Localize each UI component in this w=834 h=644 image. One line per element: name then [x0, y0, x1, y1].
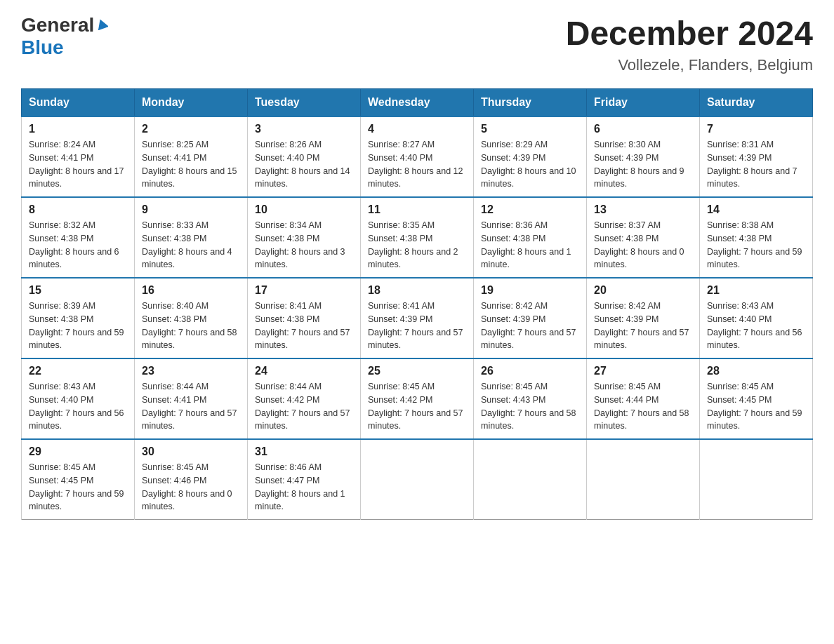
day-number: 9	[142, 203, 240, 216]
calendar-cell	[361, 439, 474, 520]
day-number: 12	[481, 203, 579, 216]
day-info: Sunrise: 8:34 AMSunset: 4:38 PMDaylight:…	[255, 220, 345, 269]
logo: General Blue	[21, 14, 108, 59]
calendar-cell	[700, 439, 813, 520]
weekday-header-tuesday: Tuesday	[248, 89, 361, 117]
day-number: 7	[707, 123, 805, 135]
calendar-cell: 24 Sunrise: 8:44 AMSunset: 4:42 PMDaylig…	[248, 358, 361, 439]
calendar-cell: 17 Sunrise: 8:41 AMSunset: 4:38 PMDaylig…	[248, 278, 361, 358]
day-info: Sunrise: 8:25 AMSunset: 4:41 PMDaylight:…	[142, 140, 237, 189]
week-row-3: 15 Sunrise: 8:39 AMSunset: 4:38 PMDaylig…	[22, 278, 813, 358]
day-number: 10	[255, 203, 353, 216]
day-number: 3	[255, 123, 353, 135]
day-info: Sunrise: 8:36 AMSunset: 4:38 PMDaylight:…	[481, 220, 571, 269]
day-info: Sunrise: 8:45 AMSunset: 4:44 PMDaylight:…	[594, 382, 689, 431]
calendar-cell: 3 Sunrise: 8:26 AMSunset: 4:40 PMDayligh…	[248, 116, 361, 197]
calendar-cell: 20 Sunrise: 8:42 AMSunset: 4:39 PMDaylig…	[587, 278, 700, 358]
day-info: Sunrise: 8:45 AMSunset: 4:45 PMDaylight:…	[29, 462, 124, 511]
day-number: 4	[368, 123, 466, 135]
day-number: 23	[142, 365, 240, 377]
calendar-cell: 14 Sunrise: 8:38 AMSunset: 4:38 PMDaylig…	[700, 197, 813, 278]
calendar-cell: 12 Sunrise: 8:36 AMSunset: 4:38 PMDaylig…	[474, 197, 587, 278]
day-info: Sunrise: 8:45 AMSunset: 4:43 PMDaylight:…	[481, 382, 576, 431]
day-number: 1	[29, 123, 127, 135]
day-number: 19	[481, 284, 579, 297]
day-number: 29	[29, 445, 127, 458]
calendar-cell: 10 Sunrise: 8:34 AMSunset: 4:38 PMDaylig…	[248, 197, 361, 278]
day-info: Sunrise: 8:43 AMSunset: 4:40 PMDaylight:…	[29, 382, 124, 431]
day-number: 16	[142, 284, 240, 297]
day-info: Sunrise: 8:45 AMSunset: 4:42 PMDaylight:…	[368, 382, 463, 431]
day-number: 15	[29, 284, 127, 297]
logo-triangle-icon	[95, 18, 108, 33]
day-info: Sunrise: 8:42 AMSunset: 4:39 PMDaylight:…	[594, 301, 689, 350]
week-row-5: 29 Sunrise: 8:45 AMSunset: 4:45 PMDaylig…	[22, 439, 813, 520]
day-info: Sunrise: 8:32 AMSunset: 4:38 PMDaylight:…	[29, 220, 119, 269]
day-number: 22	[29, 365, 127, 377]
calendar-cell: 6 Sunrise: 8:30 AMSunset: 4:39 PMDayligh…	[587, 116, 700, 197]
day-info: Sunrise: 8:45 AMSunset: 4:46 PMDaylight:…	[142, 462, 232, 511]
day-info: Sunrise: 8:43 AMSunset: 4:40 PMDaylight:…	[707, 301, 802, 350]
day-number: 5	[481, 123, 579, 135]
weekday-header-friday: Friday	[587, 89, 700, 117]
day-info: Sunrise: 8:42 AMSunset: 4:39 PMDaylight:…	[481, 301, 576, 350]
day-number: 8	[29, 203, 127, 216]
calendar-cell: 23 Sunrise: 8:44 AMSunset: 4:41 PMDaylig…	[135, 358, 248, 439]
day-number: 26	[481, 365, 579, 377]
day-info: Sunrise: 8:39 AMSunset: 4:38 PMDaylight:…	[29, 301, 124, 350]
day-info: Sunrise: 8:45 AMSunset: 4:45 PMDaylight:…	[707, 382, 802, 431]
calendar-cell: 18 Sunrise: 8:41 AMSunset: 4:39 PMDaylig…	[361, 278, 474, 358]
svg-marker-0	[95, 18, 108, 30]
day-info: Sunrise: 8:41 AMSunset: 4:39 PMDaylight:…	[368, 301, 463, 350]
week-row-4: 22 Sunrise: 8:43 AMSunset: 4:40 PMDaylig…	[22, 358, 813, 439]
location-subtitle: Vollezele, Flanders, Belgium	[566, 56, 813, 74]
calendar-cell	[587, 439, 700, 520]
week-row-1: 1 Sunrise: 8:24 AMSunset: 4:41 PMDayligh…	[22, 116, 813, 197]
calendar-cell: 22 Sunrise: 8:43 AMSunset: 4:40 PMDaylig…	[22, 358, 135, 439]
day-info: Sunrise: 8:38 AMSunset: 4:38 PMDaylight:…	[707, 220, 802, 269]
day-info: Sunrise: 8:31 AMSunset: 4:39 PMDaylight:…	[707, 140, 797, 189]
weekday-header-saturday: Saturday	[700, 89, 813, 117]
calendar-cell: 9 Sunrise: 8:33 AMSunset: 4:38 PMDayligh…	[135, 197, 248, 278]
day-number: 6	[594, 123, 692, 135]
calendar-cell: 26 Sunrise: 8:45 AMSunset: 4:43 PMDaylig…	[474, 358, 587, 439]
calendar-cell: 28 Sunrise: 8:45 AMSunset: 4:45 PMDaylig…	[700, 358, 813, 439]
day-number: 17	[255, 284, 353, 297]
day-number: 27	[594, 365, 692, 377]
weekday-header-sunday: Sunday	[22, 89, 135, 117]
weekday-header-thursday: Thursday	[474, 89, 587, 117]
calendar-cell: 21 Sunrise: 8:43 AMSunset: 4:40 PMDaylig…	[700, 278, 813, 358]
calendar-cell: 29 Sunrise: 8:45 AMSunset: 4:45 PMDaylig…	[22, 439, 135, 520]
day-info: Sunrise: 8:24 AMSunset: 4:41 PMDaylight:…	[29, 140, 124, 189]
day-number: 31	[255, 445, 353, 458]
day-info: Sunrise: 8:27 AMSunset: 4:40 PMDaylight:…	[368, 140, 463, 189]
calendar-cell: 13 Sunrise: 8:37 AMSunset: 4:38 PMDaylig…	[587, 197, 700, 278]
weekday-header-wednesday: Wednesday	[361, 89, 474, 117]
weekday-header-row: SundayMondayTuesdayWednesdayThursdayFrid…	[22, 89, 813, 117]
calendar-cell: 11 Sunrise: 8:35 AMSunset: 4:38 PMDaylig…	[361, 197, 474, 278]
day-info: Sunrise: 8:37 AMSunset: 4:38 PMDaylight:…	[594, 220, 684, 269]
calendar-table: SundayMondayTuesdayWednesdayThursdayFrid…	[21, 88, 813, 520]
calendar-cell: 25 Sunrise: 8:45 AMSunset: 4:42 PMDaylig…	[361, 358, 474, 439]
day-number: 18	[368, 284, 466, 297]
day-info: Sunrise: 8:46 AMSunset: 4:47 PMDaylight:…	[255, 462, 345, 511]
day-number: 30	[142, 445, 240, 458]
calendar-cell: 4 Sunrise: 8:27 AMSunset: 4:40 PMDayligh…	[361, 116, 474, 197]
day-number: 20	[594, 284, 692, 297]
day-number: 25	[368, 365, 466, 377]
day-info: Sunrise: 8:33 AMSunset: 4:38 PMDaylight:…	[142, 220, 232, 269]
calendar-cell: 8 Sunrise: 8:32 AMSunset: 4:38 PMDayligh…	[22, 197, 135, 278]
title-section: December 2024 Vollezele, Flanders, Belgi…	[566, 14, 813, 74]
calendar-cell: 2 Sunrise: 8:25 AMSunset: 4:41 PMDayligh…	[135, 116, 248, 197]
day-info: Sunrise: 8:44 AMSunset: 4:41 PMDaylight:…	[142, 382, 237, 431]
calendar-cell: 31 Sunrise: 8:46 AMSunset: 4:47 PMDaylig…	[248, 439, 361, 520]
logo-general-text: General	[21, 14, 94, 36]
month-title: December 2024	[566, 14, 813, 53]
day-info: Sunrise: 8:30 AMSunset: 4:39 PMDaylight:…	[594, 140, 684, 189]
week-row-2: 8 Sunrise: 8:32 AMSunset: 4:38 PMDayligh…	[22, 197, 813, 278]
day-number: 2	[142, 123, 240, 135]
calendar-cell	[474, 439, 587, 520]
page-header: General Blue December 2024 Vollezele, Fl…	[21, 14, 813, 74]
day-number: 28	[707, 365, 805, 377]
calendar-cell: 5 Sunrise: 8:29 AMSunset: 4:39 PMDayligh…	[474, 116, 587, 197]
